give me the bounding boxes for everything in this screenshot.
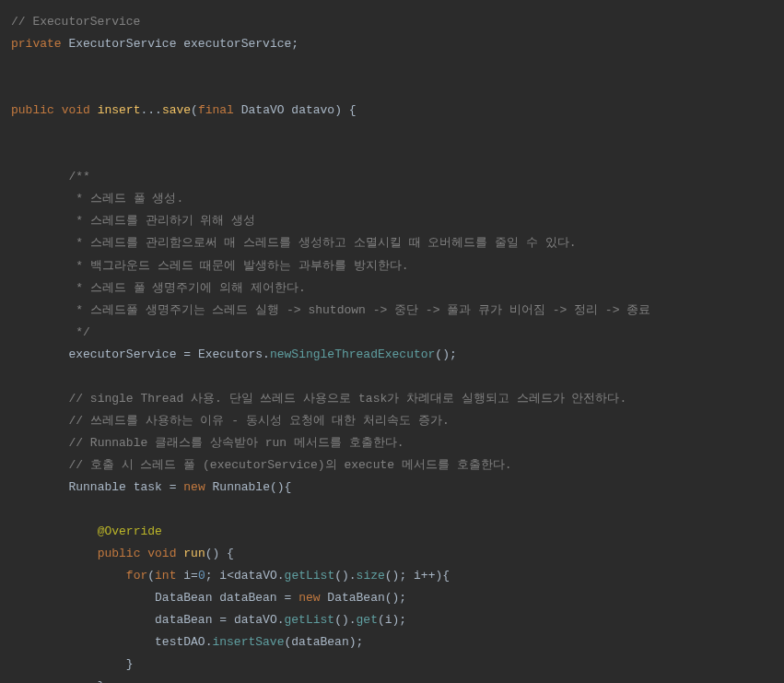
keyword-private: private	[11, 37, 62, 51]
method-insert: insert	[98, 103, 141, 117]
keyword-new: new	[183, 480, 205, 494]
var-datavo: dataVO	[234, 569, 277, 583]
type-databean: DataBean	[155, 591, 212, 605]
keyword-for: for	[126, 569, 147, 583]
var-datavo: dataVO	[234, 613, 277, 627]
keyword-public: public	[11, 103, 54, 117]
keyword-public: public	[98, 547, 141, 560]
type-runnable: Runnable	[68, 480, 125, 494]
comment-line: // ExecutorService	[11, 15, 140, 29]
var-databean: dataBean	[155, 613, 212, 627]
var-testdao: testDAO	[155, 635, 205, 649]
var-i: i	[183, 569, 191, 583]
param-databean: dataBean	[291, 635, 348, 649]
class-runnable: Runnable	[213, 480, 270, 494]
class-executors: Executors	[198, 347, 263, 361]
method-getlist: getList	[285, 569, 335, 583]
comment-line: * 스레드 풀 생명주기에 의해 제어한다.	[68, 281, 305, 295]
comment-line: // Runnable 클래스를 상속받아 run 메서드를 호출한다.	[68, 436, 404, 450]
annotation-override: @Override	[98, 524, 162, 538]
keyword-new: new	[298, 591, 320, 605]
keyword-void: void	[62, 103, 90, 117]
keyword-void: void	[147, 547, 176, 560]
comment-line: * 스레드를 관리하기 위해 생성	[68, 214, 255, 228]
comment-line: * 스레드 풀 생성.	[68, 192, 183, 206]
method-get: get	[357, 613, 378, 627]
method-getlist: getList	[285, 613, 335, 627]
var-executorservice: executorService	[68, 347, 176, 361]
code-block: // ExecutorService private ExecutorServi…	[11, 11, 773, 683]
comment-line: // 호출 시 스레드 풀 (executorService)의 execute…	[68, 458, 511, 472]
method-save: save	[162, 103, 191, 117]
method-insertsave: insertSave	[212, 635, 284, 649]
type-datavo: DataVO	[241, 103, 285, 117]
var-executorservice: executorService	[183, 37, 291, 51]
comment-block-start: /**	[68, 170, 89, 183]
number-zero: 0	[198, 569, 205, 583]
var-task: task	[134, 480, 162, 494]
comment-line: * 스레드를 관리함으로써 매 스레드를 생성하고 소멸시킬 때 오버헤드를 줄…	[68, 236, 576, 250]
for-increment: i++	[414, 569, 435, 583]
keyword-final: final	[198, 103, 234, 117]
method-run: run	[183, 547, 205, 560]
comment-line: * 스레드풀 생명주기는 스레드 실행 -> shutdown -> 중단 ->…	[68, 303, 650, 317]
method-size: size	[357, 569, 385, 583]
comment-line: * 백그라운드 스레드 때문에 발생하는 과부하를 방지한다.	[68, 259, 408, 273]
comment-line: // single Thread 사용. 단일 쓰레드 사용으로 task가 차…	[68, 392, 626, 406]
method-newsinglethread: newSingleThreadExecutor	[270, 347, 435, 361]
comment-line: // 쓰레드를 사용하는 이유 - 동시성 요청에 대한 처리속도 증가.	[68, 414, 449, 428]
param-datavo: datavo	[291, 103, 334, 117]
class-databean: DataBean	[327, 591, 384, 605]
var-i: i	[385, 613, 392, 627]
type-executorservice: ExecutorService	[68, 37, 176, 51]
keyword-int: int	[155, 569, 176, 583]
var-databean: dataBean	[219, 591, 276, 605]
comment-block-end: */	[68, 325, 89, 339]
